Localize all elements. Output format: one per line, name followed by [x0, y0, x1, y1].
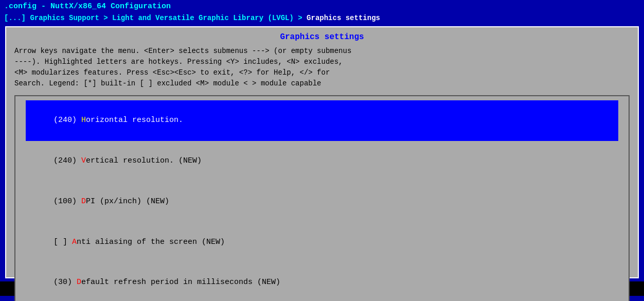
menu-item-refresh-period[interactable]: (30) Default refresh period in milliseco… [26, 262, 618, 301]
menu-item-vertical-resolution[interactable]: (240) Vertical resolution. (NEW) [26, 141, 618, 182]
breadcrumb-text: [...] Graphics Support > Light and Versa… [4, 14, 380, 22]
menu-box: (240) Horizontal resolution. (240) Verti… [14, 95, 630, 301]
title-bar: .config - NuttX/x86_64 Configuration [0, 0, 644, 13]
help-text: Arrow keys navigate the menu. <Enter> se… [14, 46, 630, 89]
breadcrumb-current: Graphics settings [307, 14, 380, 22]
main-panel: Graphics settings Arrow keys navigate th… [5, 26, 639, 278]
title-text: .config - NuttX/x86_64 Configuration [4, 2, 171, 11]
breadcrumb-bar: [...] Graphics Support > Light and Versa… [0, 13, 644, 23]
panel-title: Graphics settings [14, 32, 630, 42]
menu-item-dpi[interactable]: (100) DPI (px/inch) (NEW) [26, 182, 618, 222]
menu-item-horizontal-resolution[interactable]: (240) Horizontal resolution. [26, 100, 618, 141]
menu-item-anti-aliasing[interactable]: [ ] Anti aliasing of the screen (NEW) [26, 222, 618, 262]
